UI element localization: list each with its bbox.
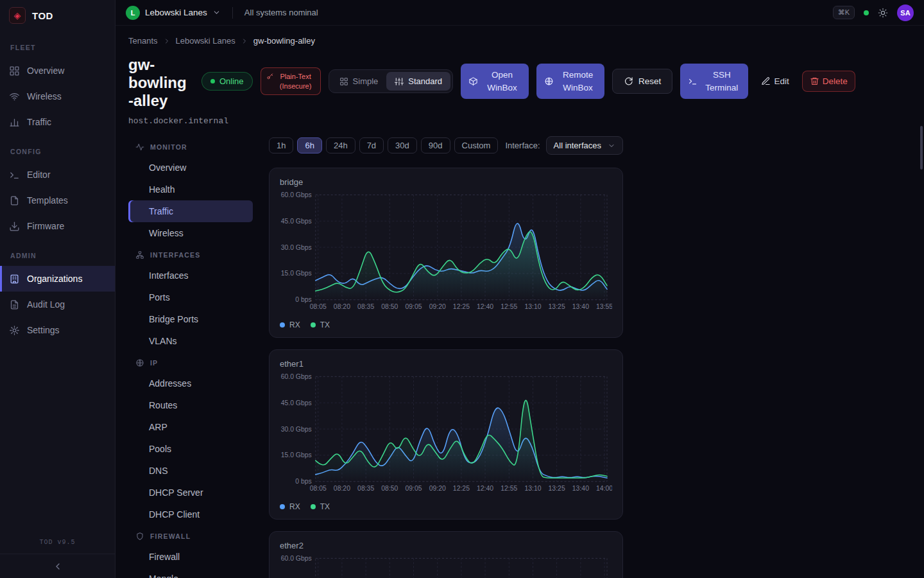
status-badge: Online (201, 72, 253, 91)
app-version: TOD v9.5 (0, 539, 115, 554)
sidebar-item-settings[interactable]: Settings (0, 317, 115, 343)
devnav-item-health[interactable]: Health (128, 179, 253, 200)
legend-item-tx: TX (311, 320, 330, 329)
device-body: MONITOROverviewHealthTrafficWirelessINTE… (128, 136, 911, 578)
sidebar-nav: FLEETOverviewWirelessTrafficCONFIGEditor… (0, 31, 115, 343)
grid-icon (339, 77, 348, 86)
svg-text:13:10: 13:10 (524, 485, 541, 492)
sidebar-section-fleet: FLEET (0, 31, 115, 58)
svg-text:30.0 Gbps: 30.0 Gbps (281, 426, 312, 433)
time-range-group: 1h6h24h7d30d90dCustom (269, 137, 498, 153)
devnav-item-mangle[interactable]: Mangle (128, 568, 253, 578)
svg-text:08:35: 08:35 (357, 485, 374, 492)
edit-button[interactable]: Edit (756, 71, 794, 91)
devnav-item-overview[interactable]: Overview (128, 157, 253, 179)
sidebar-collapse-button[interactable] (0, 554, 115, 578)
breadcrumb-item-lebowski-lanes[interactable]: Lebowski Lanes (176, 36, 235, 46)
devnav-item-pools[interactable]: Pools (128, 438, 253, 460)
delete-label: Delete (823, 76, 848, 86)
svg-text:12:40: 12:40 (477, 485, 493, 492)
devnav-item-firewall[interactable]: Firewall (128, 546, 253, 568)
range-7d[interactable]: 7d (359, 137, 384, 153)
svg-text:15.0 Gbps: 15.0 Gbps (281, 452, 312, 459)
system-status: All systems nominal (244, 8, 318, 17)
device-header: gw-bowling-alley Online Plain-Text (Inse… (128, 56, 911, 110)
range-6h[interactable]: 6h (297, 137, 321, 153)
user-avatar[interactable]: SA (897, 4, 914, 21)
svg-text:08:35: 08:35 (357, 303, 374, 310)
svg-text:0 bps: 0 bps (295, 478, 312, 485)
svg-text:60.0 Gbps: 60.0 Gbps (281, 373, 312, 380)
mode-simple-label: Simple (353, 76, 379, 86)
main-area: L Lebowski Lanes All systems nominal ⌘K … (116, 0, 924, 578)
reset-button[interactable]: Reset (612, 69, 672, 94)
device-header-controls: Online Plain-Text (Insecure) Simple Stan… (201, 64, 855, 99)
sidebar-item-overview[interactable]: Overview (0, 58, 115, 83)
interface-filter: Interface: All interfaces (505, 136, 623, 155)
svg-text:60.0 Gbps: 60.0 Gbps (281, 191, 312, 198)
devnav-item-interfaces[interactable]: Interfaces (128, 265, 253, 286)
range-1h[interactable]: 1h (269, 137, 293, 153)
tenant-selector[interactable]: L Lebowski Lanes (126, 6, 221, 20)
svg-text:08:20: 08:20 (334, 485, 350, 492)
app-name: TOD (32, 10, 53, 21)
svg-text:13:55: 13:55 (596, 303, 612, 310)
chart-title: bridge (280, 177, 612, 187)
sidebar-footer: TOD v9.5 (0, 539, 115, 578)
network-icon (135, 250, 144, 259)
breadcrumb-item-tenants[interactable]: Tenants (128, 36, 158, 46)
insecure-badge: Plain-Text (Insecure) (261, 67, 321, 95)
devnav-item-bridge-ports[interactable]: Bridge Ports (128, 308, 253, 330)
devnav-item-traffic[interactable]: Traffic (128, 200, 253, 222)
sidebar-item-firmware[interactable]: Firmware (0, 213, 115, 239)
pencil-icon (761, 76, 771, 86)
edit-label: Edit (774, 76, 789, 86)
range-custom[interactable]: Custom (454, 137, 499, 153)
devnav-item-vlans[interactable]: VLANs (128, 330, 253, 352)
devnav-item-dns[interactable]: DNS (128, 460, 253, 482)
gear-icon (9, 325, 20, 336)
devnav-section-label: MONITOR (150, 143, 187, 151)
svg-text:14:00: 14:00 (596, 485, 612, 492)
topbar: L Lebowski Lanes All systems nominal ⌘K … (116, 0, 924, 26)
ssh-terminal-button[interactable]: SSH Terminal (680, 64, 748, 99)
range-24h[interactable]: 24h (326, 137, 355, 153)
mode-standard[interactable]: Standard (386, 72, 450, 91)
sidebar-item-traffic[interactable]: Traffic (0, 109, 115, 135)
sidebar-item-label: Editor (27, 170, 51, 180)
sidebar-section-admin: ADMIN (0, 239, 115, 266)
sidebar-item-editor[interactable]: Editor (0, 162, 115, 188)
remote-winbox-button[interactable]: Remote WinBox (536, 64, 604, 99)
svg-text:60.0 Gbps: 60.0 Gbps (281, 555, 312, 562)
globe-icon (544, 76, 554, 86)
delete-button[interactable]: Delete (802, 71, 855, 92)
sidebar-item-wireless[interactable]: Wireless (0, 83, 115, 109)
svg-text:12:55: 12:55 (501, 485, 517, 492)
range-90d[interactable]: 90d (421, 137, 450, 153)
theme-toggle-icon[interactable] (878, 8, 888, 18)
devnav-item-wireless[interactable]: Wireless (128, 222, 253, 244)
device-nav: MONITOROverviewHealthTrafficWirelessINTE… (128, 136, 253, 578)
devnav-item-dhcp-client[interactable]: DHCP Client (128, 504, 253, 525)
mode-simple[interactable]: Simple (331, 72, 387, 91)
box-icon (468, 76, 478, 86)
svg-text:13:10: 13:10 (524, 303, 541, 310)
key-icon (266, 73, 273, 80)
devnav-item-addresses[interactable]: Addresses (128, 372, 253, 394)
chart-card-bridge: bridge0 bps15.0 Gbps30.0 Gbps45.0 Gbps60… (269, 168, 623, 338)
terminal-icon (688, 76, 697, 86)
interface-select[interactable]: All interfaces (546, 136, 623, 155)
sidebar-item-organizations[interactable]: Organizations (0, 266, 115, 292)
scrollbar-thumb[interactable] (920, 126, 923, 170)
devnav-item-dhcp-server[interactable]: DHCP Server (128, 482, 253, 504)
devnav-item-ports[interactable]: Ports (128, 286, 253, 308)
range-30d[interactable]: 30d (388, 137, 417, 153)
svg-text:15.0 Gbps: 15.0 Gbps (281, 270, 312, 277)
command-palette-shortcut[interactable]: ⌘K (833, 6, 855, 19)
sidebar-item-templates[interactable]: Templates (0, 188, 115, 213)
open-winbox-button[interactable]: Open WinBox (461, 64, 529, 99)
chart-title: ether1 (280, 359, 612, 369)
sidebar-item-audit-log[interactable]: Audit Log (0, 292, 115, 317)
devnav-item-arp[interactable]: ARP (128, 416, 253, 438)
devnav-item-routes[interactable]: Routes (128, 394, 253, 416)
